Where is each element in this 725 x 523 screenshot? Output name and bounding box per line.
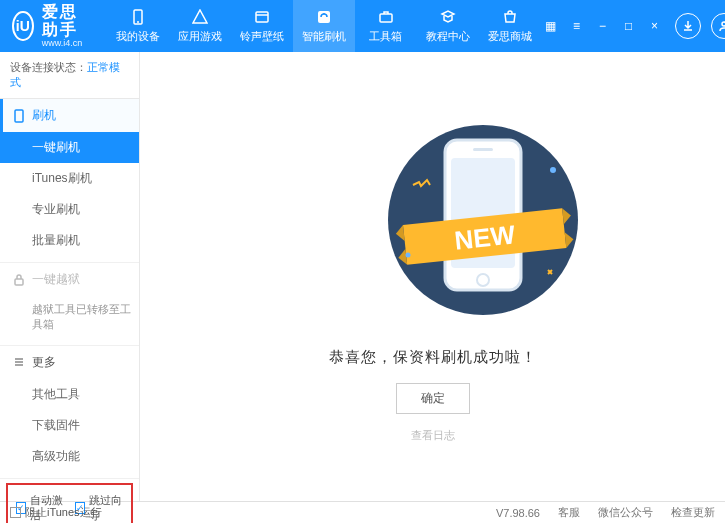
sidebar-item-pro-flash[interactable]: 专业刷机 (0, 194, 139, 225)
app-logo: iU 爱思助手 www.i4.cn (12, 3, 91, 48)
sidebar-item-download-firmware[interactable]: 下载固件 (0, 410, 139, 441)
sidebar-item-batch-flash[interactable]: 批量刷机 (0, 225, 139, 256)
tab-flash[interactable]: 智能刷机 (293, 0, 355, 52)
app-title: 爱思助手 (42, 3, 91, 38)
wallpaper-icon (253, 8, 271, 26)
maximize-icon[interactable]: □ (619, 16, 639, 36)
svg-rect-7 (15, 279, 23, 285)
tab-my-device[interactable]: 我的设备 (107, 0, 169, 52)
tab-apps[interactable]: 应用游戏 (169, 0, 231, 52)
sidebar: 设备连接状态：正常模式 刷机 一键刷机 iTunes刷机 专业刷机 批量刷机 一… (0, 52, 140, 501)
svg-rect-6 (15, 110, 23, 122)
main-content: NEW 恭喜您，保资料刷机成功啦！ 确定 查看日志 (140, 52, 725, 501)
sidebar-item-oneclick-flash[interactable]: 一键刷机 (0, 132, 139, 163)
more-icon (12, 355, 26, 369)
support-link[interactable]: 客服 (558, 505, 580, 520)
app-url: www.i4.cn (42, 39, 91, 49)
new-badge-text: NEW (453, 219, 517, 255)
window-controls: ▦ ≡ − □ × (541, 13, 725, 39)
tab-toolbox[interactable]: 工具箱 (355, 0, 417, 52)
titlebar: iU 爱思助手 www.i4.cn 我的设备 应用游戏 铃声壁纸 智能刷机 (0, 0, 725, 52)
ok-button[interactable]: 确定 (396, 383, 470, 414)
group-label: 更多 (32, 354, 56, 371)
tab-label: 应用游戏 (178, 29, 222, 44)
version-label: V7.98.66 (496, 507, 540, 519)
lock-icon (12, 273, 26, 287)
svg-rect-15 (473, 148, 493, 151)
phone-illustration: NEW (353, 110, 513, 330)
device-status: 设备连接状态：正常模式 (0, 52, 139, 99)
tab-label: 智能刷机 (302, 29, 346, 44)
phone-icon (12, 109, 26, 123)
sidebar-item-other-tools[interactable]: 其他工具 (0, 379, 139, 410)
logo-icon: iU (12, 11, 34, 41)
wechat-link[interactable]: 微信公众号 (598, 505, 653, 520)
chk-label: 阻止iTunes运行 (25, 505, 102, 520)
menu-icon[interactable]: ▦ (541, 16, 561, 36)
success-message: 恭喜您，保资料刷机成功啦！ (329, 348, 537, 367)
group-label: 一键越狱 (32, 271, 80, 288)
tutorials-icon (439, 8, 457, 26)
sidebar-group-flash[interactable]: 刷机 (0, 99, 139, 132)
close-icon[interactable]: × (645, 16, 665, 36)
status-label: 设备连接状态： (10, 61, 87, 73)
svg-point-5 (722, 22, 725, 26)
apps-icon (191, 8, 209, 26)
svg-rect-3 (318, 11, 330, 23)
tab-tutorials[interactable]: 教程中心 (417, 0, 479, 52)
download-icon[interactable] (675, 13, 701, 39)
flash-icon (315, 8, 333, 26)
store-icon (501, 8, 519, 26)
tab-label: 工具箱 (369, 29, 402, 44)
sidebar-item-advanced[interactable]: 高级功能 (0, 441, 139, 472)
view-log-link[interactable]: 查看日志 (411, 428, 455, 443)
check-update-link[interactable]: 检查更新 (671, 505, 715, 520)
svg-rect-4 (380, 14, 392, 22)
tab-store[interactable]: 爱思商城 (479, 0, 541, 52)
nav-tabs: 我的设备 应用游戏 铃声壁纸 智能刷机 工具箱 教程中心 (107, 0, 541, 52)
toolbox-icon (377, 8, 395, 26)
device-icon (129, 8, 147, 26)
jailbreak-note: 越狱工具已转移至工具箱 (0, 296, 139, 339)
user-icon[interactable] (711, 13, 725, 39)
tab-label: 爱思商城 (488, 29, 532, 44)
svg-point-21 (550, 167, 556, 173)
settings-icon[interactable]: ≡ (567, 16, 587, 36)
svg-rect-2 (256, 12, 268, 22)
sidebar-group-jailbreak[interactable]: 一键越狱 (0, 263, 139, 296)
tab-label: 我的设备 (116, 29, 160, 44)
tab-label: 铃声壁纸 (240, 29, 284, 44)
checkbox-block-itunes[interactable]: 阻止iTunes运行 (10, 505, 102, 520)
svg-point-22 (405, 253, 410, 258)
sidebar-group-more[interactable]: 更多 (0, 346, 139, 379)
tab-label: 教程中心 (426, 29, 470, 44)
minimize-icon[interactable]: − (593, 16, 613, 36)
sidebar-item-itunes-flash[interactable]: iTunes刷机 (0, 163, 139, 194)
tab-wallpaper[interactable]: 铃声壁纸 (231, 0, 293, 52)
group-label: 刷机 (32, 107, 56, 124)
